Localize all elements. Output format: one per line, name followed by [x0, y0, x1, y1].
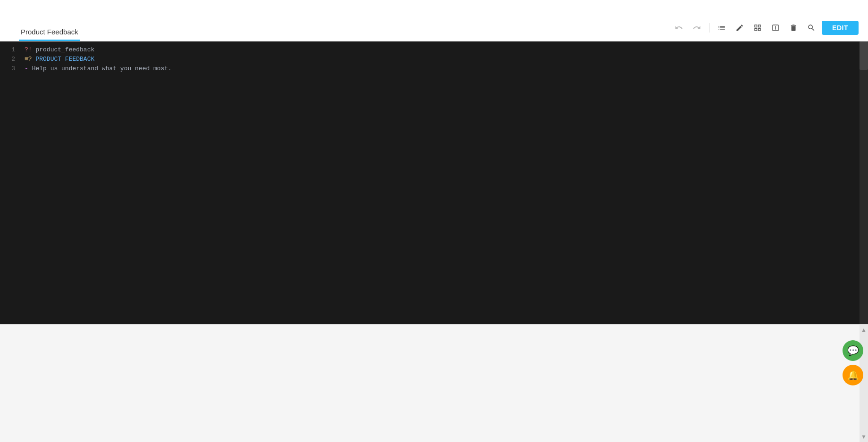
chat-icon: 💬 — [847, 345, 859, 356]
grid-button[interactable] — [750, 20, 765, 35]
notify-float-button[interactable]: 🔔 — [843, 365, 863, 385]
grid-icon — [753, 24, 762, 32]
search-icon — [807, 24, 816, 32]
scroll-down-arrow[interactable]: ▼ — [859, 432, 868, 442]
scrollbar-thumb[interactable] — [860, 41, 868, 70]
chat-float-button[interactable]: 💬 — [843, 340, 863, 361]
tab-label: Product Feedback — [21, 28, 78, 36]
split-button[interactable] — [768, 20, 783, 35]
line-num-2: 2 — [4, 55, 15, 64]
undo-button[interactable] — [671, 20, 686, 35]
delete-button[interactable] — [786, 20, 801, 35]
code-editor: 1 2 3 ?! product_feedback ≡? PRODUCT FEE… — [0, 41, 868, 324]
delete-icon — [789, 24, 798, 32]
line-numbers: 1 2 3 — [0, 41, 19, 324]
separator-1 — [709, 23, 709, 33]
product-feedback-tab[interactable]: Product Feedback — [19, 24, 80, 41]
line-num-3: 3 — [4, 64, 15, 74]
code-content[interactable]: ?! product_feedback ≡? PRODUCT FEEDBACK … — [19, 41, 868, 324]
split-icon — [771, 24, 780, 32]
search-button[interactable] — [804, 20, 819, 35]
editor-scrollbar[interactable] — [860, 41, 868, 324]
code-line-2: ≡? PRODUCT FEEDBACK — [19, 55, 868, 64]
toolbar: EDIT — [671, 20, 859, 41]
pen-icon — [735, 24, 744, 32]
code-line-3: - Help us understand what you need most. — [19, 64, 868, 74]
line-num-1: 1 — [4, 45, 15, 55]
edit-label: EDIT — [832, 24, 848, 32]
redo-button[interactable] — [689, 20, 704, 35]
scroll-up-arrow[interactable]: ▲ — [859, 325, 868, 335]
redo-icon — [693, 24, 701, 32]
list-icon — [718, 24, 726, 32]
undo-icon — [675, 24, 683, 32]
list-button[interactable] — [714, 20, 729, 35]
notify-icon: 🔔 — [847, 369, 859, 381]
floating-buttons: 💬 🔔 — [843, 340, 863, 385]
code-line-1: ?! product_feedback — [19, 45, 868, 55]
bottom-panel: ▲ ▼ — [0, 324, 868, 442]
edit-button[interactable]: EDIT — [822, 21, 859, 35]
pen-button[interactable] — [732, 20, 747, 35]
top-bar: Product Feedback — [0, 0, 868, 41]
tab-area: Product Feedback — [19, 0, 80, 41]
